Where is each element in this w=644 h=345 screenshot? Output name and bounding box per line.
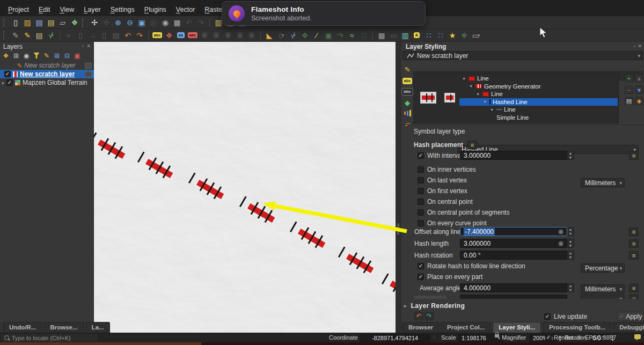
remove-layer-icon[interactable]: ▣ [72,52,82,60]
manage-map-themes-icon[interactable]: ◉ [21,52,31,60]
average-angle-input[interactable]: 4.000000 [460,283,567,292]
average-angle-spinner[interactable]: ▲▼ [567,283,574,292]
new-print-layout-icon[interactable]: ▱ [57,17,68,28]
current-edits-icon[interactable]: ✎ [10,30,21,41]
hash-length-unit-dropdown[interactable]: Millimeters [581,284,625,293]
move-up-button[interactable]: ▲ [635,74,643,82]
offset-along-line-input[interactable]: -7.400000 ⊗ [460,227,567,236]
save-project-icon[interactable]: ▤ [34,17,45,28]
callouts-icon[interactable]: abo [401,87,413,97]
dock-tab-browse[interactable]: Browse... [44,322,83,333]
close-panel-icon[interactable]: ✕ [638,43,642,49]
rotate-hash-checkbox[interactable] [418,263,424,269]
place-on-every-part-checkbox[interactable] [418,274,424,280]
placement-checkbox[interactable] [418,199,424,205]
placement-checkbox[interactable] [418,177,424,183]
attribute-table-icon[interactable]: ▦ [376,30,387,41]
crs-indicator[interactable]: EPSG:3857 [585,334,616,341]
expander-icon[interactable]: ▾ [482,99,487,104]
layer-rendering-header[interactable]: Layer Rendering [411,302,465,310]
layer-visibility-checkbox[interactable] [6,79,13,86]
interval-input[interactable]: 3.000000 [460,151,567,160]
style-manager-icon[interactable]: ❖ [69,17,80,28]
float-panel-icon[interactable]: ▫ [82,43,84,49]
map-tips-icon[interactable]: ▭▾ [471,30,481,41]
open-project-icon[interactable]: ▨ [22,17,33,28]
split-features-icon[interactable]: ∕ [311,30,322,41]
zoom-in-icon[interactable]: ⊕ [113,17,123,28]
menu-edit[interactable]: Edit [34,4,55,16]
layer-item-mapzen-global-terrain[interactable]: ▸ Mapzen Global Terrain [0,78,94,87]
dock-tab-project-col[interactable]: Project Col... [441,322,491,333]
layer-selector-dropdown[interactable]: New scratch layer [402,51,643,60]
data-defined-override-icon[interactable]: ≡ [629,251,639,260]
dock-tab-processing-toolb[interactable]: Processing Toolb... [543,322,611,333]
messages-icon[interactable] [634,334,641,339]
menu-settings[interactable]: Settings [106,4,140,16]
filter-by-expression-icon[interactable]: ✎ [42,52,52,60]
new-project-icon[interactable]: ▯ [10,17,21,28]
layer-item-new-scratch-layer[interactable]: New scratch layer [0,70,94,78]
offset-curve-icon[interactable]: ≈ [347,30,357,41]
render-checkbox[interactable]: Render [545,334,573,341]
symbol-tree-item-hashed-line[interactable]: ▾Hashed Line [459,98,619,106]
data-defined-override-icon[interactable]: ≡ [629,227,639,236]
symbol-tree-item-line[interactable]: ▾Line [459,106,619,114]
live-update-checkbox[interactable] [544,313,551,320]
offset-unit-dropdown[interactable]: Percentage [581,263,625,273]
symbol-tree-item-line[interactable]: ▾Line [459,75,619,83]
auto-labels-icon[interactable]: A▾ [412,30,422,41]
measure-ruler-icon[interactable]: ◣ [264,30,275,41]
expander-icon[interactable]: ▾ [475,92,480,97]
dock-tab-la[interactable]: La... [86,322,110,333]
menu-layer[interactable]: Layer [79,4,105,16]
interval-spinner[interactable]: ▲▼ [567,151,574,160]
panels-icon[interactable]: ▥ [400,30,411,41]
locator-input[interactable]: Type to locate (Ctrl+K) [1,334,98,342]
data-defined-override-icon[interactable]: ≡ [629,151,639,160]
expander-icon[interactable]: ▸ [2,80,4,85]
dock-tab-undo-r[interactable]: Undo/R... [3,322,42,333]
add-group-icon[interactable]: ⊞ [11,52,21,60]
move-down-button[interactable]: ▼ [635,86,643,94]
label-single-icon[interactable]: ab [175,30,186,41]
history-icon[interactable]: ↶ [401,120,413,130]
layer-visibility-checkbox[interactable] [4,71,11,77]
zoom-to-layer-icon[interactable]: ◉ [160,17,171,28]
interval-unit-dropdown[interactable]: Millimeters [581,178,625,187]
layer-labeling-icon[interactable]: abc [152,30,163,41]
style-redo-button[interactable]: ↷ [425,312,434,320]
menu-plugins[interactable]: Plugins [140,4,171,16]
flameshot-notification[interactable]: Flameshot Info Screenshot aborted. [222,1,426,26]
toggle-editing-icon[interactable]: ✎ [22,30,33,41]
pan-map-icon[interactable]: ✢ [89,17,100,28]
menu-view[interactable]: View [55,4,79,16]
placement-checkbox[interactable] [418,188,424,194]
expander-icon[interactable]: ▾ [469,84,473,89]
symbol-tree-item-simple-line[interactable]: Simple Line [459,114,619,122]
coordinate-input[interactable]: -828971,4794214 [360,334,430,342]
map-canvas[interactable] [94,42,396,333]
symbol-tree-item-geometry-generator[interactable]: ▾Geometry Generator [459,83,619,91]
mouse-tracking-icon[interactable]: ◌ [433,334,435,340]
diagrams-icon[interactable] [401,108,413,118]
hash-rotation-input[interactable]: 0.00 ° [460,251,567,260]
clear-value-icon[interactable]: ⊗ [558,240,564,247]
select-nodes-alt-icon[interactable]: ∷ [435,30,446,41]
dock-tab-layer-styli[interactable]: Layer Styli... [493,322,541,333]
hash-rotation-spinner[interactable]: ▲▼ [567,251,574,260]
open-styling-panel-icon[interactable]: ❖ [1,52,11,60]
redo-icon[interactable]: ↷ [134,30,145,41]
symbol-tree-item-line[interactable]: ▾Line [459,90,619,98]
close-panel-icon[interactable]: ✕ [86,43,91,49]
with-interval-checkbox[interactable] [418,152,424,159]
favorites-icon[interactable]: ★ [447,30,458,41]
menu-vector[interactable]: Vector [171,4,200,16]
undo-icon[interactable]: ↶ [122,30,133,41]
float-panel-icon[interactable]: ▫ [634,43,635,49]
menu-project[interactable]: Project [3,4,34,16]
dock-tab-debugging-development-to[interactable]: Debugging/Development To... [613,322,644,333]
data-defined-override-icon[interactable]: ≡ [467,141,477,149]
symbol-preview-small[interactable] [444,93,455,102]
scale-lock-icon[interactable] [495,334,499,337]
